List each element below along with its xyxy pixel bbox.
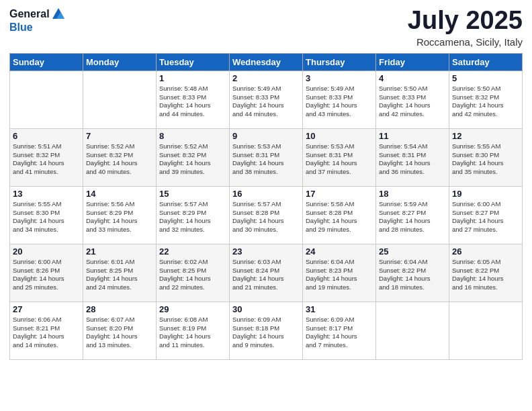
day-number: 25 <box>379 246 446 257</box>
table-row: 30Sunrise: 6:09 AM Sunset: 8:18 PM Dayli… <box>230 302 303 359</box>
table-row: 7Sunrise: 5:52 AM Sunset: 8:32 PM Daylig… <box>83 128 157 186</box>
day-detail: Sunrise: 6:06 AM Sunset: 8:21 PM Dayligh… <box>13 316 80 350</box>
day-number: 13 <box>13 189 80 199</box>
day-detail: Sunrise: 5:57 AM Sunset: 8:28 PM Dayligh… <box>232 200 300 234</box>
month-title: July 2025 <box>408 7 523 35</box>
day-detail: Sunrise: 6:08 AM Sunset: 8:19 PM Dayligh… <box>159 316 226 350</box>
calendar-week-row: 13Sunrise: 5:55 AM Sunset: 8:30 PM Dayli… <box>10 186 523 244</box>
day-detail: Sunrise: 6:00 AM Sunset: 8:27 PM Dayligh… <box>452 200 519 234</box>
calendar-week-row: 27Sunrise: 6:06 AM Sunset: 8:21 PM Dayli… <box>10 302 523 359</box>
table-row: 24Sunrise: 6:04 AM Sunset: 8:23 PM Dayli… <box>303 244 376 302</box>
table-row: 22Sunrise: 6:02 AM Sunset: 8:25 PM Dayli… <box>157 244 230 302</box>
table-row: 3Sunrise: 5:49 AM Sunset: 8:33 PM Daylig… <box>303 71 376 128</box>
weekday-header-row: Sunday Monday Tuesday Wednesday Thursday… <box>10 53 523 71</box>
day-detail: Sunrise: 5:58 AM Sunset: 8:28 PM Dayligh… <box>306 200 373 234</box>
day-detail: Sunrise: 6:04 AM Sunset: 8:23 PM Dayligh… <box>306 258 373 292</box>
day-number: 21 <box>86 246 153 257</box>
header-monday: Monday <box>83 53 157 71</box>
day-number: 8 <box>159 131 226 141</box>
day-detail: Sunrise: 5:59 AM Sunset: 8:27 PM Dayligh… <box>379 200 446 234</box>
table-row: 6Sunrise: 5:51 AM Sunset: 8:32 PM Daylig… <box>10 128 83 186</box>
day-detail: Sunrise: 5:54 AM Sunset: 8:31 PM Dayligh… <box>379 142 446 177</box>
table-row: 19Sunrise: 6:00 AM Sunset: 8:27 PM Dayli… <box>449 186 523 244</box>
table-row: 20Sunrise: 6:00 AM Sunset: 8:26 PM Dayli… <box>10 244 83 302</box>
day-detail: Sunrise: 6:00 AM Sunset: 8:26 PM Dayligh… <box>13 258 80 292</box>
table-row: 12Sunrise: 5:55 AM Sunset: 8:30 PM Dayli… <box>449 128 523 186</box>
day-number: 1 <box>159 73 226 83</box>
day-number: 5 <box>452 73 519 83</box>
header-friday: Friday <box>376 53 449 71</box>
table-row: 9Sunrise: 5:53 AM Sunset: 8:31 PM Daylig… <box>230 128 303 186</box>
header-wednesday: Wednesday <box>230 53 303 71</box>
logo-icon <box>51 7 66 21</box>
calendar-week-row: 6Sunrise: 5:51 AM Sunset: 8:32 PM Daylig… <box>10 128 523 186</box>
day-detail: Sunrise: 5:56 AM Sunset: 8:29 PM Dayligh… <box>86 200 153 234</box>
day-number: 26 <box>452 246 519 257</box>
day-number: 14 <box>86 189 153 199</box>
day-number: 28 <box>86 304 153 314</box>
day-number: 27 <box>13 304 80 314</box>
day-number: 23 <box>232 246 300 257</box>
table-row: 31Sunrise: 6:09 AM Sunset: 8:17 PM Dayli… <box>303 302 376 359</box>
table-row: 16Sunrise: 5:57 AM Sunset: 8:28 PM Dayli… <box>230 186 303 244</box>
day-number: 12 <box>452 131 519 141</box>
day-detail: Sunrise: 6:09 AM Sunset: 8:18 PM Dayligh… <box>232 316 300 350</box>
table-row <box>376 302 449 359</box>
table-row: 10Sunrise: 5:53 AM Sunset: 8:31 PM Dayli… <box>303 128 376 186</box>
day-detail: Sunrise: 5:48 AM Sunset: 8:33 PM Dayligh… <box>159 85 226 119</box>
day-number: 24 <box>306 246 373 257</box>
table-row: 11Sunrise: 5:54 AM Sunset: 8:31 PM Dayli… <box>376 128 449 186</box>
page: General Blue July 2025 Roccamena, Sicily… <box>0 0 532 411</box>
table-row: 5Sunrise: 5:50 AM Sunset: 8:32 PM Daylig… <box>449 71 523 128</box>
day-detail: Sunrise: 5:55 AM Sunset: 8:30 PM Dayligh… <box>452 142 519 177</box>
day-detail: Sunrise: 5:53 AM Sunset: 8:31 PM Dayligh… <box>232 142 300 177</box>
logo: General Blue <box>9 7 66 34</box>
day-detail: Sunrise: 6:02 AM Sunset: 8:25 PM Dayligh… <box>159 258 226 292</box>
day-detail: Sunrise: 6:04 AM Sunset: 8:22 PM Dayligh… <box>379 258 446 292</box>
day-number: 20 <box>13 246 80 257</box>
day-detail: Sunrise: 5:49 AM Sunset: 8:33 PM Dayligh… <box>232 85 300 119</box>
table-row: 29Sunrise: 6:08 AM Sunset: 8:19 PM Dayli… <box>157 302 230 359</box>
day-number: 10 <box>306 131 373 141</box>
header-tuesday: Tuesday <box>157 53 230 71</box>
day-number: 30 <box>232 304 300 314</box>
day-number: 2 <box>232 73 300 83</box>
day-number: 9 <box>232 131 300 141</box>
day-detail: Sunrise: 5:51 AM Sunset: 8:32 PM Dayligh… <box>13 142 80 177</box>
header-sunday: Sunday <box>10 53 83 71</box>
table-row: 2Sunrise: 5:49 AM Sunset: 8:33 PM Daylig… <box>230 71 303 128</box>
table-row: 25Sunrise: 6:04 AM Sunset: 8:22 PM Dayli… <box>376 244 449 302</box>
day-number: 11 <box>379 131 446 141</box>
calendar-week-row: 1Sunrise: 5:48 AM Sunset: 8:33 PM Daylig… <box>10 71 523 128</box>
table-row: 23Sunrise: 6:03 AM Sunset: 8:24 PM Dayli… <box>230 244 303 302</box>
day-detail: Sunrise: 5:52 AM Sunset: 8:32 PM Dayligh… <box>159 142 226 177</box>
day-number: 31 <box>306 304 373 314</box>
table-row: 18Sunrise: 5:59 AM Sunset: 8:27 PM Dayli… <box>376 186 449 244</box>
day-number: 18 <box>379 189 446 199</box>
table-row <box>83 71 157 128</box>
location: Roccamena, Sicily, Italy <box>408 36 523 48</box>
day-number: 4 <box>379 73 446 83</box>
table-row: 28Sunrise: 6:07 AM Sunset: 8:20 PM Dayli… <box>83 302 157 359</box>
day-detail: Sunrise: 6:01 AM Sunset: 8:25 PM Dayligh… <box>86 258 153 292</box>
day-detail: Sunrise: 6:05 AM Sunset: 8:22 PM Dayligh… <box>452 258 519 292</box>
day-detail: Sunrise: 5:55 AM Sunset: 8:30 PM Dayligh… <box>13 200 80 234</box>
table-row <box>449 302 523 359</box>
day-detail: Sunrise: 5:49 AM Sunset: 8:33 PM Dayligh… <box>306 85 373 119</box>
table-row <box>10 71 83 128</box>
table-row: 4Sunrise: 5:50 AM Sunset: 8:33 PM Daylig… <box>376 71 449 128</box>
table-row: 15Sunrise: 5:57 AM Sunset: 8:29 PM Dayli… <box>157 186 230 244</box>
logo-blue: Blue <box>9 21 33 33</box>
day-detail: Sunrise: 5:50 AM Sunset: 8:32 PM Dayligh… <box>452 85 519 119</box>
day-number: 7 <box>86 131 153 141</box>
header: General Blue July 2025 Roccamena, Sicily… <box>9 7 523 48</box>
day-number: 22 <box>159 246 226 257</box>
day-detail: Sunrise: 6:07 AM Sunset: 8:20 PM Dayligh… <box>86 316 153 350</box>
table-row: 21Sunrise: 6:01 AM Sunset: 8:25 PM Dayli… <box>83 244 157 302</box>
title-block: July 2025 Roccamena, Sicily, Italy <box>408 7 523 48</box>
day-number: 16 <box>232 189 300 199</box>
table-row: 8Sunrise: 5:52 AM Sunset: 8:32 PM Daylig… <box>157 128 230 186</box>
day-number: 15 <box>159 189 226 199</box>
calendar-week-row: 20Sunrise: 6:00 AM Sunset: 8:26 PM Dayli… <box>10 244 523 302</box>
day-detail: Sunrise: 5:52 AM Sunset: 8:32 PM Dayligh… <box>86 142 153 177</box>
